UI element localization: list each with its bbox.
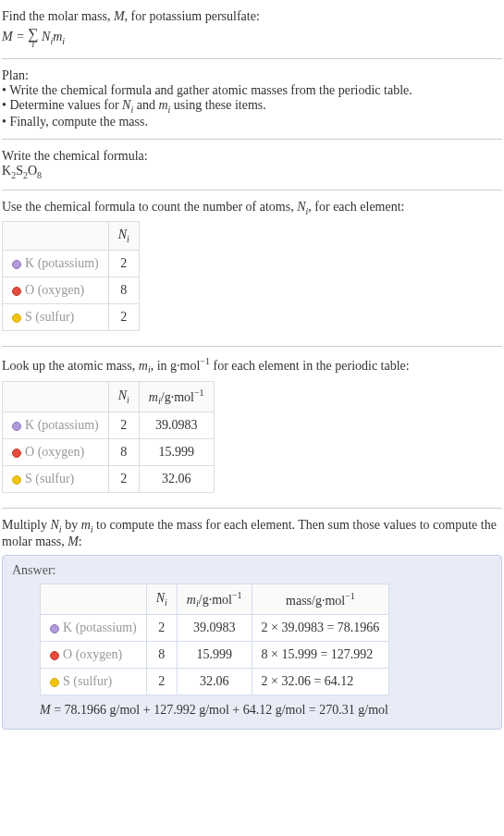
chem-k: K — [2, 164, 11, 178]
intro-section: Find the molar mass, M, for potassium pe… — [2, 4, 502, 55]
intro-text-pre: Find the molar mass, — [2, 9, 114, 23]
header-m-sup: −1 — [232, 590, 242, 600]
table-header-empty — [41, 584, 147, 614]
table-header-m: mi/g·mol−1 — [177, 584, 252, 614]
element-sym: K — [63, 621, 72, 634]
final-equation: M = 78.1966 g/mol + 127.992 g/mol + 64.1… — [40, 703, 492, 718]
count-value: 8 — [146, 642, 177, 669]
table-header-mass: mass/g·mol−1 — [252, 584, 389, 614]
count-table: Ni K (potassium) 2 O (oxygen) 8 S (sulfu… — [2, 221, 140, 331]
element-sym: S — [25, 310, 32, 324]
element-name: (oxygen) — [34, 445, 84, 459]
element-name: (sulfur) — [32, 472, 75, 486]
mass-title-post: for each element in the periodic table: — [210, 359, 410, 373]
count-value: 2 — [146, 669, 177, 695]
header-n-sub: i — [165, 597, 167, 608]
compute-mvar: M — [68, 535, 79, 548]
header-m-text: m — [187, 593, 196, 607]
header-m-sup: −1 — [194, 387, 204, 398]
plan-b2-m: m — [158, 98, 167, 112]
mass-title-pre: Look up the atomic mass, — [2, 359, 139, 373]
table-row: O (oxygen) 8 — [3, 277, 140, 304]
header-m-unit: /g·mol — [161, 389, 194, 403]
mass-value: 32.06 — [139, 466, 214, 493]
divider — [2, 139, 502, 140]
divider — [2, 58, 502, 59]
header-m-text: m — [149, 389, 158, 403]
formula-m: m — [53, 30, 62, 43]
chem-o-sub: 8 — [37, 170, 42, 180]
element-dot-icon — [12, 422, 21, 431]
count-value: 2 — [108, 304, 139, 331]
compute-post: : — [79, 535, 82, 548]
element-cell: S (sulfur) — [3, 466, 109, 493]
mass-value: 15.999 — [177, 642, 252, 669]
answer-box: Answer: Ni mi/g·mol−1 mass/g·mol−1 K (po… — [2, 555, 502, 730]
header-n-text: N — [118, 227, 127, 241]
formula-n: N — [42, 30, 50, 43]
plan-bullet-1: • Write the chemical formula and gather … — [2, 83, 502, 98]
chem-formula: K2S2O8 — [2, 164, 502, 180]
final-lhs: M — [40, 703, 51, 717]
sigma-block: ∑i — [28, 26, 38, 49]
mass-value: 15.999 — [139, 439, 214, 466]
element-sym: S — [63, 674, 70, 688]
element-sym: S — [25, 472, 32, 486]
count-value: 2 — [108, 412, 139, 439]
answer-label: Answer: — [12, 563, 492, 578]
chem-title: Write the chemical formula: — [2, 149, 502, 164]
plan-bullet-3: • Finally, compute the mass. — [2, 115, 502, 129]
count-value: 2 — [108, 251, 139, 277]
mass-section: Look up the atomic mass, mi, in g·mol−1 … — [2, 350, 502, 504]
intro-text-post: , for potassium persulfate: — [125, 9, 260, 23]
table-row: O (oxygen) 8 15.999 8 × 15.999 = 127.992 — [41, 642, 389, 669]
element-dot-icon — [12, 287, 21, 296]
compute-by: by — [62, 518, 81, 532]
plan-title: Plan: — [2, 68, 502, 83]
count-title-pre: Use the chemical formula to count the nu… — [2, 200, 297, 214]
formula-m-sub: i — [62, 36, 65, 46]
element-dot-icon — [50, 651, 59, 660]
table-row: K (potassium) 2 — [3, 251, 140, 277]
count-value: 2 — [146, 615, 177, 642]
compute-m: m — [81, 518, 91, 532]
element-cell: K (potassium) — [41, 615, 147, 642]
table-header-m: mi/g·mol−1 — [139, 381, 214, 412]
element-name: (potassium) — [72, 621, 137, 634]
intro-formula: M = ∑i Nimi — [2, 26, 502, 49]
table-row: S (sulfur) 2 — [3, 304, 140, 331]
element-dot-icon — [12, 449, 21, 458]
compute-title: Multiply Ni by mi to compute the mass fo… — [2, 518, 502, 549]
header-mass-text: mass/g·mol — [286, 593, 345, 607]
compute-n: N — [51, 518, 59, 532]
element-name: (sulfur) — [32, 310, 75, 324]
count-title-post: , for each element: — [308, 200, 404, 214]
element-name: (oxygen) — [72, 647, 122, 661]
table-header-n: Ni — [108, 381, 139, 412]
count-title: Use the chemical formula to count the nu… — [2, 200, 502, 216]
element-dot-icon — [12, 260, 21, 269]
element-dot-icon — [12, 314, 21, 323]
header-n-sub: i — [127, 395, 129, 405]
divider — [2, 190, 502, 191]
table-row: K (potassium) 2 39.0983 — [3, 412, 215, 439]
element-sym: O — [25, 283, 34, 297]
divider — [2, 508, 502, 509]
answer-table: Ni mi/g·mol−1 mass/g·mol−1 K (potassium)… — [40, 584, 389, 695]
chem-s: S — [16, 164, 23, 178]
mass-title-m: m — [139, 359, 148, 373]
mass-title: Look up the atomic mass, mi, in g·mol−1 … — [2, 356, 502, 375]
element-cell: O (oxygen) — [3, 277, 109, 304]
intro-line: Find the molar mass, M, for potassium pe… — [2, 9, 502, 24]
element-name: (oxygen) — [34, 283, 84, 297]
table-row: O (oxygen) 8 15.999 — [3, 439, 215, 466]
element-cell: K (potassium) — [3, 412, 109, 439]
count-title-n: N — [297, 200, 305, 214]
compute-pre: Multiply — [2, 518, 51, 532]
count-value: 8 — [108, 277, 139, 304]
compute-section: Multiply Ni by mi to compute the mass fo… — [2, 512, 502, 735]
mass-table: Ni mi/g·mol−1 K (potassium) 2 39.0983 O … — [2, 381, 215, 493]
table-row: S (sulfur) 2 32.06 2 × 32.06 = 64.12 — [41, 669, 389, 695]
calc-value: 2 × 32.06 = 64.12 — [252, 669, 389, 695]
element-dot-icon — [50, 624, 59, 633]
